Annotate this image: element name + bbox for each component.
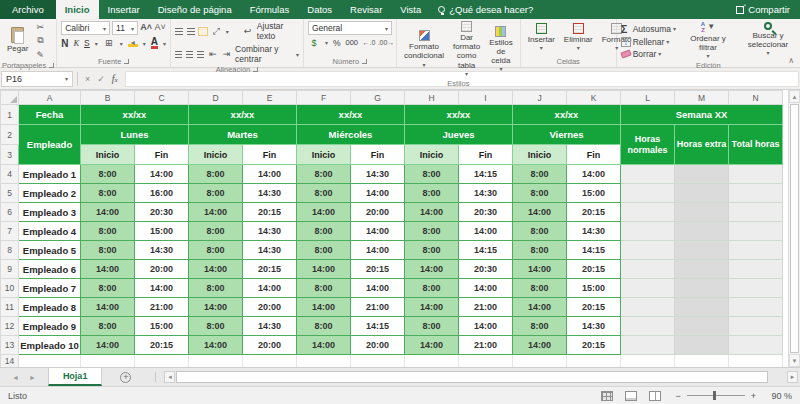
insert-function-icon[interactable]: fx [112, 73, 118, 84]
borders-icon[interactable]: ⊞ [103, 38, 115, 49]
cell-K7[interactable]: 14:30 [567, 222, 621, 241]
cell-N2[interactable]: Total horas [729, 125, 783, 165]
cell-L14[interactable] [621, 355, 675, 368]
cell-F7[interactable]: 8:00 [297, 222, 351, 241]
orientation-icon[interactable]: ⤢ [211, 26, 222, 37]
cell-K10[interactable]: 15:00 [567, 279, 621, 298]
cell-D3[interactable]: Inicio [189, 145, 243, 165]
cell-E6[interactable]: 20:15 [243, 203, 297, 222]
cell-K8[interactable]: 14:15 [567, 241, 621, 260]
cell-A11[interactable]: Empleado 8 [19, 298, 81, 317]
column-header-I[interactable]: I [459, 91, 513, 105]
wrap-text-icon[interactable]: ↩ [242, 26, 253, 37]
cell-C14[interactable] [135, 355, 189, 368]
cell-M12[interactable] [675, 317, 729, 336]
cell-A12[interactable]: Empleado 9 [19, 317, 81, 336]
cell-G3[interactable]: Fin [351, 145, 405, 165]
row-header-5[interactable]: 5 [1, 184, 19, 203]
cell-H14[interactable] [405, 355, 459, 368]
column-header-L[interactable]: L [621, 91, 675, 105]
cell-J14[interactable] [513, 355, 567, 368]
align-top-icon[interactable] [175, 28, 183, 35]
cell-A1[interactable]: Fecha [19, 105, 81, 125]
cell-N13[interactable] [729, 336, 783, 355]
cell-E4[interactable]: 14:00 [243, 165, 297, 184]
cell-D9[interactable]: 14:00 [189, 260, 243, 279]
cell-N14[interactable] [729, 355, 783, 368]
cell-A7[interactable]: Empleado 4 [19, 222, 81, 241]
cell-C6[interactable]: 20:30 [135, 203, 189, 222]
zoom-in-button[interactable]: + [751, 391, 756, 401]
find-select-button[interactable]: Buscar y seleccionar▾ [740, 24, 796, 57]
cell-I4[interactable]: 14:15 [459, 165, 513, 184]
cell-N8[interactable] [729, 241, 783, 260]
cell-B13[interactable]: 14:00 [81, 336, 135, 355]
cell-A4[interactable]: Empleado 1 [19, 165, 81, 184]
cell-M4[interactable] [675, 165, 729, 184]
alineacion-dialog-launcher[interactable] [253, 67, 258, 72]
comma-style-button[interactable]: 000 [345, 38, 358, 47]
cell-G10[interactable]: 14:00 [351, 279, 405, 298]
row-header-6[interactable]: 6 [1, 203, 19, 222]
cell-M11[interactable] [675, 298, 729, 317]
row-header-3[interactable]: 3 [1, 145, 19, 165]
column-header-K[interactable]: K [567, 91, 621, 105]
cell-A6[interactable]: Empleado 3 [19, 203, 81, 222]
row-header-12[interactable]: 12 [1, 317, 19, 336]
numero-dialog-launcher[interactable] [362, 59, 367, 64]
fuente-dialog-launcher[interactable] [124, 59, 129, 64]
cell-K6[interactable]: 20:15 [567, 203, 621, 222]
cell-L9[interactable] [621, 260, 675, 279]
cell-J5[interactable]: 8:00 [513, 184, 567, 203]
cell-G12[interactable]: 14:15 [351, 317, 405, 336]
font-color-icon[interactable]: A [151, 37, 158, 49]
column-header-J[interactable]: J [513, 91, 567, 105]
cell-B12[interactable]: 8:00 [81, 317, 135, 336]
row-header-14[interactable]: 14 [1, 355, 19, 368]
underline-button[interactable]: S [84, 38, 90, 48]
cell-C11[interactable]: 21:00 [135, 298, 189, 317]
cell-D1[interactable]: xx/xx [189, 105, 297, 125]
font-name-dropdown[interactable]: Calibri▾ [61, 21, 110, 35]
column-header-D[interactable]: D [189, 91, 243, 105]
cell-M6[interactable] [675, 203, 729, 222]
align-center-icon[interactable] [186, 51, 193, 58]
column-header-M[interactable]: M [675, 91, 729, 105]
cell-N5[interactable] [729, 184, 783, 203]
cell-G13[interactable]: 20:00 [351, 336, 405, 355]
cell-H3[interactable]: Inicio [405, 145, 459, 165]
format-as-table-button[interactable]: Dar formato como tabla▾ [450, 21, 483, 78]
accounting-format-icon[interactable]: $ [308, 37, 320, 48]
cell-C5[interactable]: 16:00 [135, 184, 189, 203]
align-middle-icon[interactable] [187, 28, 195, 35]
vertical-scroll-thumb[interactable] [790, 104, 799, 353]
cell-G9[interactable]: 20:15 [351, 260, 405, 279]
cell-A2[interactable]: Empleado [19, 125, 81, 165]
cell-E7[interactable]: 14:30 [243, 222, 297, 241]
cell-L5[interactable] [621, 184, 675, 203]
tab-revisar[interactable]: Revisar [341, 0, 391, 19]
percent-style-button[interactable]: % [333, 38, 341, 48]
cell-J3[interactable]: Inicio [513, 145, 567, 165]
cell-F3[interactable]: Inicio [297, 145, 351, 165]
cell-E3[interactable]: Fin [243, 145, 297, 165]
cell-F2[interactable]: Miércoles [297, 125, 405, 145]
cell-F6[interactable]: 14:00 [297, 203, 351, 222]
cancel-icon[interactable]: × [85, 74, 90, 84]
cell-J13[interactable]: 14:00 [513, 336, 567, 355]
cell-N9[interactable] [729, 260, 783, 279]
cell-K9[interactable]: 20:15 [567, 260, 621, 279]
cell-I5[interactable]: 14:30 [459, 184, 513, 203]
format-painter-icon[interactable]: ✎ [34, 49, 46, 60]
cell-H2[interactable]: Jueves [405, 125, 513, 145]
conditional-formatting-button[interactable]: Formato condicional▾ [401, 30, 447, 68]
cell-C10[interactable]: 14:00 [135, 279, 189, 298]
cell-D10[interactable]: 8:00 [189, 279, 243, 298]
portapapeles-dialog-launcher[interactable] [49, 63, 54, 68]
cell-F8[interactable]: 8:00 [297, 241, 351, 260]
zoom-level[interactable]: 90 % [762, 391, 792, 401]
cell-M7[interactable] [675, 222, 729, 241]
cell-M2[interactable]: Horas extra [675, 125, 729, 165]
row-header-9[interactable]: 9 [1, 260, 19, 279]
cut-icon[interactable]: ✂ [34, 21, 46, 32]
